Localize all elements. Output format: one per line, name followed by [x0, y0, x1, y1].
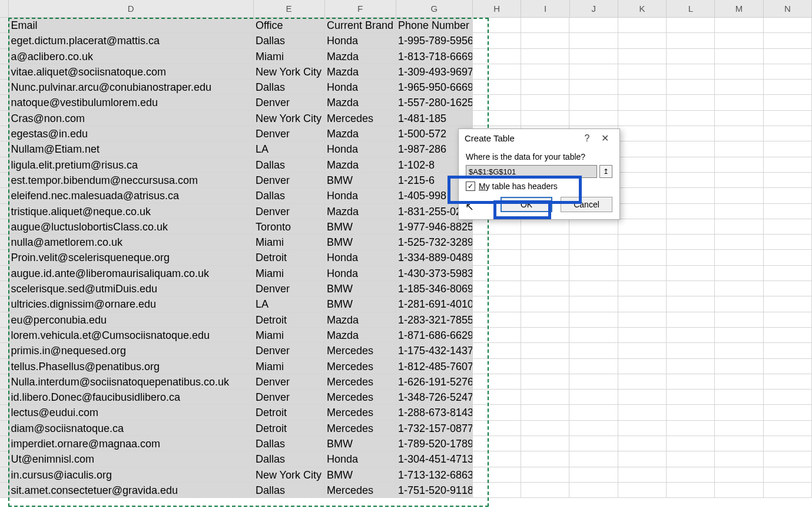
data-cell[interactable]: 1-751-520-9118 — [396, 483, 473, 498]
data-cell[interactable] — [764, 281, 812, 296]
data-cell[interactable]: a@aclibero.co.uk — [9, 49, 253, 64]
data-cell[interactable] — [667, 204, 715, 219]
data-cell[interactable] — [715, 281, 763, 296]
data-cell[interactable] — [715, 436, 763, 451]
data-cell[interactable]: BMW — [324, 467, 396, 483]
data-cell[interactable] — [667, 33, 715, 48]
data-cell[interactable]: Mercedes — [324, 343, 396, 358]
data-cell[interactable] — [764, 467, 812, 483]
data-cell[interactable] — [473, 95, 521, 110]
data-cell[interactable] — [569, 95, 618, 110]
header-cell[interactable]: Current Brand — [324, 18, 396, 33]
data-cell[interactable]: Denver — [253, 374, 324, 390]
data-cell[interactable]: 1-304-451-4713 — [396, 451, 473, 467]
data-cell[interactable] — [618, 483, 667, 498]
data-cell[interactable]: Denver — [253, 173, 324, 188]
data-cell[interactable] — [569, 80, 618, 95]
data-cell[interactable] — [473, 328, 521, 343]
data-cell[interactable]: 1-334-889-0489 — [396, 250, 473, 265]
data-cell[interactable]: 1-789-520-1789 — [396, 436, 473, 451]
data-cell[interactable]: tellus.Phasellus@penatibus.org — [9, 359, 253, 374]
data-cell[interactable]: 1-481-185 — [396, 111, 473, 126]
data-cell[interactable] — [715, 95, 763, 110]
data-cell[interactable] — [764, 95, 812, 110]
data-cell[interactable]: Mazda — [324, 64, 396, 80]
data-cell[interactable] — [618, 405, 667, 420]
data-cell[interactable]: Denver — [253, 281, 324, 296]
column-header-I[interactable]: I — [521, 0, 569, 17]
column-header-F[interactable]: F — [325, 0, 396, 17]
data-cell[interactable]: 1-995-789-5956 — [396, 33, 473, 48]
data-cell[interactable] — [569, 266, 618, 281]
data-cell[interactable] — [667, 436, 715, 451]
data-cell[interactable]: 1-713-132-6863 — [396, 467, 473, 483]
row-label[interactable] — [0, 390, 9, 405]
data-cell[interactable] — [764, 126, 812, 141]
headers-checkbox-label[interactable]: My table has headers — [479, 182, 558, 191]
data-cell[interactable] — [764, 296, 812, 312]
row-label[interactable] — [0, 296, 9, 312]
data-cell[interactable] — [569, 421, 618, 436]
data-cell[interactable] — [667, 359, 715, 374]
header-cell[interactable] — [569, 18, 618, 33]
data-cell[interactable]: 1-175-432-1437 — [396, 343, 473, 358]
data-cell[interactable]: Honda — [324, 250, 396, 265]
data-cell[interactable] — [569, 467, 618, 483]
data-cell[interactable] — [618, 95, 667, 110]
data-cell[interactable]: New York City — [253, 467, 324, 483]
data-cell[interactable]: est.tempor.bibendum@neccursusa.com — [9, 173, 253, 188]
data-cell[interactable] — [618, 281, 667, 296]
data-cell[interactable] — [618, 173, 667, 188]
data-cell[interactable] — [569, 390, 618, 405]
data-cell[interactable] — [521, 390, 569, 405]
data-cell[interactable] — [764, 33, 812, 48]
column-header-M[interactable]: M — [715, 0, 763, 17]
data-cell[interactable]: Ut@enimnisl.com — [9, 451, 253, 467]
data-cell[interactable] — [667, 157, 715, 173]
row-label[interactable] — [0, 451, 9, 467]
data-cell[interactable] — [618, 204, 667, 219]
data-cell[interactable]: Denver — [253, 126, 324, 141]
data-cell[interactable] — [764, 483, 812, 498]
data-cell[interactable]: Miami — [253, 235, 324, 250]
data-cell[interactable] — [667, 173, 715, 188]
data-cell[interactable] — [764, 266, 812, 281]
data-cell[interactable] — [715, 405, 763, 420]
data-cell[interactable] — [715, 188, 763, 203]
data-cell[interactable]: 1-812-485-7607 — [396, 359, 473, 374]
header-cell[interactable]: Phone Number — [396, 18, 473, 33]
data-cell[interactable] — [618, 126, 667, 141]
data-cell[interactable] — [618, 111, 667, 126]
data-cell[interactable] — [569, 328, 618, 343]
row-label[interactable] — [0, 467, 9, 483]
data-cell[interactable] — [667, 421, 715, 436]
data-cell[interactable] — [473, 219, 521, 235]
data-cell[interactable]: 1-281-691-4010 — [396, 296, 473, 312]
data-cell[interactable] — [473, 405, 521, 420]
data-cell[interactable] — [618, 451, 667, 467]
row-label[interactable] — [0, 436, 9, 451]
data-cell[interactable] — [764, 141, 812, 157]
column-header-L[interactable]: L — [667, 0, 715, 17]
data-cell[interactable] — [569, 359, 618, 374]
data-cell[interactable]: Mazda — [324, 328, 396, 343]
data-cell[interactable]: Proin.velit@scelerisqueneque.org — [9, 250, 253, 265]
row-label[interactable] — [0, 405, 9, 420]
data-cell[interactable] — [715, 343, 763, 358]
header-cell[interactable] — [764, 18, 812, 33]
data-cell[interactable]: Dallas — [253, 483, 324, 498]
row-label[interactable] — [0, 359, 9, 374]
data-cell[interactable] — [473, 343, 521, 358]
data-cell[interactable]: lorem.vehicula.et@Cumsociisnatoque.edu — [9, 328, 253, 343]
data-cell[interactable] — [764, 157, 812, 173]
data-cell[interactable] — [667, 111, 715, 126]
data-cell[interactable]: LA — [253, 141, 324, 157]
data-cell[interactable]: Mazda — [324, 157, 396, 173]
data-cell[interactable] — [715, 219, 763, 235]
data-cell[interactable] — [618, 467, 667, 483]
data-cell[interactable] — [521, 343, 569, 358]
row-label[interactable] — [0, 126, 9, 141]
data-cell[interactable] — [764, 374, 812, 390]
data-cell[interactable]: in.cursus@iaculis.org — [9, 467, 253, 483]
data-cell[interactable] — [715, 64, 763, 80]
